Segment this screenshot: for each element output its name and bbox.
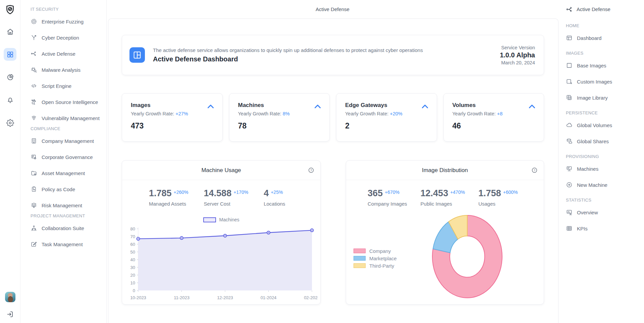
machine-usage-title: Machine Usage	[201, 167, 241, 174]
nav-item-label: Global Shares	[577, 139, 609, 144]
nav-item-policy-as-code[interactable]: Policy as Code	[31, 181, 104, 197]
section-persistence: PERSISTENCEGlobal VolumesGlobal Shares	[566, 110, 644, 149]
chart-stat-delta: +600%	[503, 190, 518, 195]
machine-usage-chart: 0102030405060708010-202311-202312-202301…	[122, 224, 320, 306]
flow-icon	[566, 6, 573, 13]
svg-text:70: 70	[130, 234, 135, 239]
nav-item-global-volumes[interactable]: Global Volumes	[566, 117, 644, 133]
machine-usage-card: Machine Usage ? 1.785+260%Managed Assets…	[122, 160, 321, 305]
nav-item-label: Corporate Governance	[42, 154, 93, 160]
apps-grid-icon[interactable]	[4, 48, 16, 61]
chart-stat-delta: +25%	[271, 190, 283, 195]
legend-item-marketplace[interactable]: Marketplace	[354, 255, 397, 262]
svg-text:80: 80	[130, 226, 135, 231]
left-sidebar: IT SECURITYEnterprise FuzzingCyber Decep…	[20, 0, 107, 323]
square-icon	[566, 62, 573, 69]
nav-item-asset-management[interactable]: Asset Management	[31, 165, 104, 181]
bell-icon[interactable]	[4, 94, 16, 106]
folder-icon	[31, 170, 37, 176]
page-title: Active Defense	[316, 6, 350, 12]
pie-chart-icon[interactable]	[4, 71, 16, 84]
chart-stat-delta: +470%	[450, 190, 465, 195]
server-icon	[566, 165, 573, 172]
nav-item-dashboard[interactable]: Dashboard	[566, 30, 644, 46]
service-title: Active Defense Dashboard	[153, 55, 500, 63]
stat-card-growth: Yearly Growth Rate: +8	[452, 111, 536, 116]
svg-text:12-2023: 12-2023	[217, 295, 233, 300]
nav-item-enterprise-fuzzing[interactable]: Enterprise Fuzzing	[31, 13, 104, 30]
legend-swatch	[354, 263, 366, 268]
stat-card-value: 78	[238, 121, 322, 130]
clipboard-icon	[31, 186, 37, 193]
line-chart-legend[interactable]: Machines	[122, 217, 320, 223]
nav-item-company-management[interactable]: Company Management	[31, 133, 104, 149]
dashboard-tile-icon	[129, 47, 145, 63]
nav-item-kpis[interactable]: KPIs	[566, 220, 644, 236]
nav-item-label: Global Volumes	[577, 122, 612, 128]
nav-item-collaboration-suite[interactable]: Collaboration Suite	[31, 220, 104, 236]
chevron-up-icon[interactable]	[206, 102, 215, 111]
chevron-up-icon[interactable]	[421, 102, 429, 111]
chart-stat-delta: +170%	[233, 190, 248, 195]
nav-item-label: Image Library	[577, 95, 608, 101]
chart-stat-label: Server Cost	[204, 201, 249, 207]
nav-item-label: Base Images	[577, 63, 606, 68]
nav-item-label: Script Engine	[42, 83, 71, 89]
svg-text:?: ?	[310, 169, 312, 172]
nav-item-label: Enterprise Fuzzing	[42, 19, 84, 24]
nav-item-vulnerability-management[interactable]: Vulnerability Management	[31, 110, 104, 126]
chart-stat-value: 365	[368, 189, 383, 198]
chart-stat-locations: 4+25%Locations	[264, 189, 285, 207]
nav-item-malware-analysis[interactable]: Malware Analysis	[31, 62, 104, 78]
charts-row: Machine Usage ? 1.785+260%Managed Assets…	[122, 160, 544, 305]
nav-item-global-shares[interactable]: Global Shares	[566, 133, 644, 149]
legend-label: Company	[369, 248, 391, 254]
nav-item-label: Task Management	[42, 241, 83, 247]
app-window: IT SECURITYEnterprise FuzzingCyber Decep…	[0, 0, 644, 323]
nav-item-active-defense[interactable]: Active Defense	[31, 46, 104, 62]
nav-item-label: Policy as Code	[42, 186, 75, 192]
nav-item-custom-images[interactable]: Custom Images	[566, 73, 644, 90]
stat-card-growth: Yearly Growth Rate: +27%	[131, 111, 214, 116]
legend-item-company[interactable]: Company	[354, 247, 397, 255]
right-sidebar: HOMEDashboardIMAGESBase ImagesCustom Ima…	[566, 23, 644, 236]
context-header: Active Defense	[566, 0, 644, 18]
nav-item-cyber-deception[interactable]: Cyber Deception	[31, 30, 104, 46]
svg-text:02-2024: 02-2024	[304, 295, 318, 300]
context-header-label: Active Defense	[577, 6, 610, 12]
machine-usage-header: Machine Usage ?	[122, 161, 320, 180]
shield-check-logo-icon	[4, 4, 16, 16]
chart-stat-usages: 1.758+600%Usages	[478, 189, 518, 207]
nav-item-label: Custom Images	[577, 79, 612, 85]
nav-item-image-library[interactable]: Image Library	[566, 90, 644, 106]
donut-legend[interactable]: CompanyMarketplaceThird-Party	[354, 247, 397, 269]
chart-stat-label: Locations	[264, 201, 285, 207]
help-icon[interactable]: ?	[308, 167, 314, 173]
nav-item-machines[interactable]: Machines	[566, 161, 644, 177]
nav-item-task-management[interactable]: Task Management	[31, 236, 104, 252]
nav-item-overview[interactable]: Overview	[566, 204, 644, 220]
nav-item-open-source-intelligence[interactable]: Open Source Intelligence	[31, 94, 104, 110]
legend-item-third-party[interactable]: Third-Party	[354, 262, 397, 269]
layers-icon	[31, 202, 37, 209]
nav-item-corporate-governance[interactable]: Corporate Governance	[31, 149, 104, 165]
gear-icon[interactable]	[4, 116, 16, 129]
code-icon	[31, 83, 37, 89]
nav-item-base-images[interactable]: Base Images	[566, 57, 644, 73]
chart-stat-label: Public Images	[421, 201, 465, 207]
stat-card-value: 2	[345, 121, 429, 130]
service-version-label: Service Version	[500, 45, 535, 50]
logout-icon[interactable]	[6, 310, 14, 318]
user-avatar[interactable]	[5, 292, 15, 302]
service-description: The active defense service allows organi…	[153, 47, 500, 53]
chevron-up-icon[interactable]	[528, 102, 536, 111]
home-icon[interactable]	[4, 25, 16, 38]
stat-card-value: 46	[452, 121, 536, 130]
nav-item-risk-management[interactable]: Risk Management	[31, 197, 104, 213]
help-icon[interactable]: ?	[531, 167, 538, 173]
image-distribution-chart: CompanyMarketplaceThird-Party	[346, 214, 544, 305]
nav-item-new-machine[interactable]: New Machine	[566, 177, 644, 193]
chevron-up-icon[interactable]	[313, 102, 322, 111]
square-plus-icon	[566, 78, 573, 85]
nav-item-script-engine[interactable]: Script Engine	[31, 78, 104, 94]
